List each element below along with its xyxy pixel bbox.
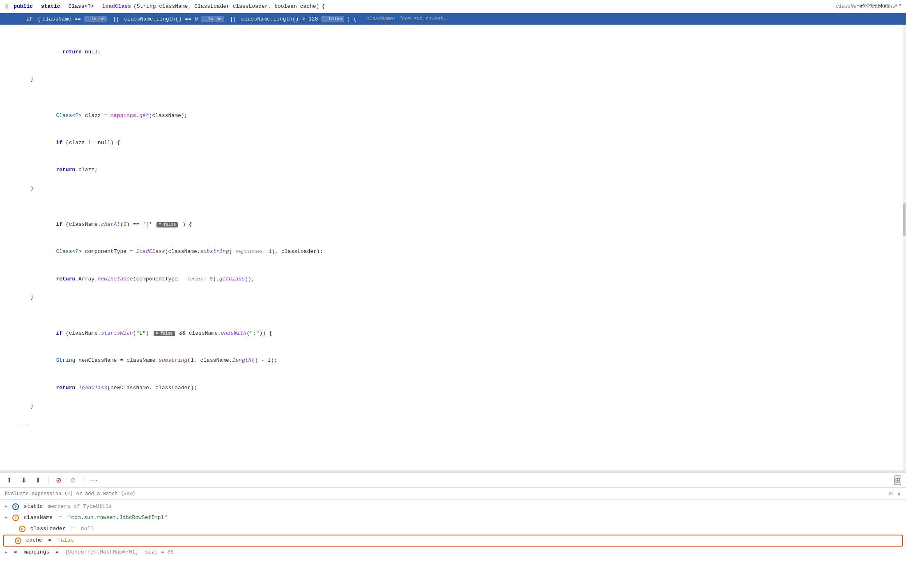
var-eq-classname: = (55, 514, 65, 522)
var-row-classloader[interactable]: o classLoader = null (0, 524, 906, 535)
var-eq-mappings: = (52, 548, 62, 557)
toolbar-separator (48, 477, 48, 484)
var-icon-classname: o (12, 514, 19, 521)
var-value-classloader: null (81, 525, 94, 533)
step-out-button[interactable]: ⬆ (5, 475, 14, 485)
code-line: return loadClass(newClassName, classLoad… (21, 374, 901, 402)
expand-arrow-classname: ▶ (5, 514, 10, 521)
code-line-ellipsis: ... (21, 420, 901, 429)
code-line (21, 411, 901, 420)
hl-classname1: className == (42, 16, 81, 22)
code-line: if (className.startsWith("L") = false &&… (21, 320, 901, 347)
code-line: if (clazz != null) { (21, 129, 901, 156)
step-over-button[interactable]: ⬆ (34, 475, 42, 485)
code-line: } (21, 402, 901, 411)
var-icon-mappings: ∞ (12, 549, 19, 556)
evaluate-input[interactable] (5, 491, 885, 496)
var-value-classname: "com.sun.rowset.JdbcRowSetImpl" (68, 514, 167, 522)
keyword-public: public (14, 3, 33, 9)
debug-panel: ⬆ ⬇ ⬆ ⊘ ⊘ ⋯ ⊞ ⚙ ∨ ▶ S static members of … (0, 473, 906, 588)
var-value-mappings: {ConcurrentHashMap@701} size = 86 (65, 548, 174, 557)
step-into-button[interactable]: ⬇ (19, 475, 28, 485)
debug-toolbar: ⬆ ⬇ ⬆ ⊘ ⊘ ⋯ ⊞ (0, 473, 906, 488)
code-line: return Array.newInstance(componentType, … (21, 265, 901, 292)
var-icon-classloader: o (19, 526, 25, 532)
reader-mode-check-icon: ✓ (893, 2, 898, 9)
code-line: return clazz; (21, 156, 901, 184)
reader-mode-button[interactable]: Reader Mode ✓ (860, 2, 898, 9)
var-eq-cache: = (45, 536, 55, 545)
var-icon-cache: o (15, 537, 21, 544)
hl-length-128: className.length() > 128 (241, 16, 318, 22)
scrollbar-thumb[interactable] (903, 203, 906, 236)
var-name-static: static (21, 503, 43, 511)
var-name-classloader: classLoader (27, 525, 66, 533)
method-name: loadClass (102, 3, 131, 9)
code-line: if (className.charAt(0) == '[' = false )… (21, 211, 901, 238)
hl-if: if (26, 16, 33, 22)
gutter-icon: @ (5, 4, 8, 9)
stop-record-button[interactable]: ⊘ (54, 475, 63, 485)
code-line (21, 302, 901, 311)
cancel-button[interactable]: ⊘ (69, 475, 77, 485)
var-row-cache[interactable]: o cache = false (3, 535, 903, 547)
var-row-mappings[interactable]: ▶ ∞ mappings = {ConcurrentHashMap@701} s… (0, 547, 906, 558)
badge-false-1: = false (84, 16, 107, 22)
code-line: String newClassName = className.substrin… (21, 347, 901, 374)
evaluate-settings-button[interactable]: ⚙ (888, 490, 894, 497)
more-options-button[interactable]: ⋯ (89, 475, 99, 485)
code-editor: @ public static Class<?> loadClass (Stri… (0, 0, 906, 471)
evaluate-expand-button[interactable]: ∨ (897, 490, 901, 497)
expand-arrow-mappings: ▶ (5, 549, 10, 556)
code-line (21, 84, 901, 93)
var-name-classname: className (21, 514, 53, 522)
code-line (21, 202, 901, 211)
code-line (21, 193, 901, 202)
code-line: return null; (21, 30, 901, 75)
var-eq-classloader: = (69, 525, 78, 533)
code-content[interactable]: return null; } Class<?> clazz = mappings… (0, 25, 906, 471)
hl-hint: className: "com.sun.rowset. (366, 16, 446, 22)
code-line: } (21, 184, 901, 193)
var-name-mappings: mappings (21, 548, 49, 557)
var-value-static: members of TypeUtils (45, 503, 112, 511)
evaluate-bar-right: ⚙ ∨ (888, 490, 901, 497)
scrollbar-track[interactable] (903, 25, 906, 471)
expand-arrow-static: ▶ (5, 503, 10, 510)
hl-length-0: className.length() == 0 (124, 16, 198, 22)
code-line: Class<?> clazz = mappings.get(className)… (21, 102, 901, 129)
var-name-cache: cache (23, 536, 42, 545)
params: (String className, ClassLoader classLoad… (133, 3, 319, 9)
code-line: Class<?> componentType = loadClass(class… (21, 238, 901, 265)
toolbar-separator-2 (83, 477, 83, 484)
badge-false-3: = false (321, 16, 344, 22)
keyword-static: static (41, 3, 60, 9)
badge-false-2: = false (201, 16, 224, 22)
code-line: } (21, 75, 901, 84)
variable-tree: ▶ S static members of TypeUtils ▶ o clas… (0, 500, 906, 588)
var-row-classname[interactable]: ▶ o className = "com.sun.rowset.JdbcRowS… (0, 512, 906, 524)
var-value-cache: false (57, 536, 74, 545)
code-line (21, 93, 901, 102)
evaluate-bar: ⚙ ∨ (0, 488, 906, 500)
var-row-static[interactable]: ▶ S static members of TypeUtils (0, 501, 906, 512)
highlighted-line: if ( className == = false || className.l… (0, 13, 906, 25)
return-type: Class<?> (68, 3, 94, 9)
function-header: @ public static Class<?> loadClass (Stri… (0, 0, 906, 13)
open-brace: { (322, 3, 325, 9)
layout-button[interactable]: ⊞ (894, 475, 901, 485)
reader-mode-label: Reader Mode (860, 3, 890, 9)
var-icon-static: S (12, 503, 19, 510)
code-line: } (21, 293, 901, 302)
code-line (21, 311, 901, 320)
